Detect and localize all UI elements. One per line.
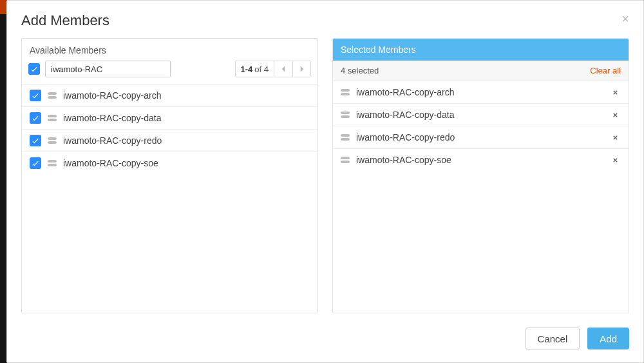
row-checkbox[interactable] xyxy=(30,112,41,124)
chevron-left-icon xyxy=(281,65,286,73)
remove-icon[interactable] xyxy=(609,86,621,98)
volume-name: iwamoto-RAC-copy-data xyxy=(63,113,162,123)
selected-row: iwamoto-RAC-copy-redo xyxy=(333,126,629,149)
check-icon xyxy=(30,64,39,74)
modal-footer: Cancel Add xyxy=(7,320,643,362)
check-icon xyxy=(31,91,40,100)
row-checkbox[interactable] xyxy=(30,157,41,169)
add-button[interactable]: Add xyxy=(587,328,629,349)
close-icon[interactable]: × xyxy=(621,12,629,25)
volume-name: iwamoto-RAC-copy-soe xyxy=(63,158,158,168)
available-row[interactable]: iwamoto-RAC-copy-arch xyxy=(22,84,317,107)
volume-name: iwamoto-RAC-copy-soe xyxy=(356,155,451,165)
selected-members-panel: Selected Members 4 selected Clear all iw… xyxy=(332,38,629,313)
available-row[interactable]: iwamoto-RAC-copy-redo xyxy=(22,130,317,152)
available-row[interactable]: iwamoto-RAC-copy-soe xyxy=(22,152,317,174)
check-icon xyxy=(31,159,40,168)
volume-icon xyxy=(48,92,57,99)
volume-name: iwamoto-RAC-copy-redo xyxy=(63,135,162,146)
select-all-checkbox[interactable] xyxy=(28,63,40,75)
volume-icon xyxy=(341,134,350,141)
pager-of: of 4 xyxy=(254,64,269,74)
remove-icon[interactable] xyxy=(609,132,621,143)
volume-name: iwamoto-RAC-copy-arch xyxy=(356,87,454,97)
selected-count: 4 selected xyxy=(341,66,379,75)
available-members-header: Available Members xyxy=(22,39,317,61)
check-icon xyxy=(31,136,40,145)
available-list: iwamoto-RAC-copy-arch iwamoto-RAC-copy-d… xyxy=(22,84,317,313)
volume-icon xyxy=(48,115,57,121)
pager-next-button[interactable] xyxy=(292,61,310,77)
volume-icon xyxy=(341,157,350,163)
modal-header: Add Members × xyxy=(7,1,643,38)
volume-name: iwamoto-RAC-copy-redo xyxy=(356,132,455,142)
pager: 1-4 of 4 xyxy=(235,61,311,77)
pager-count: 1-4 of 4 xyxy=(236,61,274,77)
volume-name: iwamoto-RAC-copy-arch xyxy=(63,90,161,101)
clear-all-link[interactable]: Clear all xyxy=(590,66,621,75)
pager-prev-button[interactable] xyxy=(274,61,292,77)
chevron-right-icon xyxy=(299,65,305,73)
pager-range: 1-4 xyxy=(241,64,253,74)
selected-row: iwamoto-RAC-copy-soe xyxy=(333,149,629,171)
filter-input[interactable] xyxy=(45,61,171,77)
selected-row: iwamoto-RAC-copy-data xyxy=(333,104,629,126)
volume-icon xyxy=(341,89,350,95)
remove-icon[interactable] xyxy=(609,154,621,166)
row-checkbox[interactable] xyxy=(30,90,41,101)
volume-icon xyxy=(341,112,350,118)
modal-title: Add Members xyxy=(21,12,109,29)
available-filter-row: 1-4 of 4 xyxy=(22,61,317,84)
row-checkbox[interactable] xyxy=(30,135,41,146)
selected-members-header: Selected Members xyxy=(333,39,629,61)
volume-icon xyxy=(48,160,57,166)
remove-icon[interactable] xyxy=(609,109,621,121)
available-members-panel: Available Members 1-4 of 4 xyxy=(21,38,318,313)
cancel-button[interactable]: Cancel xyxy=(526,328,580,349)
selected-status-bar: 4 selected Clear all xyxy=(333,61,629,81)
volume-icon xyxy=(48,137,57,144)
modal-body: Available Members 1-4 of 4 xyxy=(7,38,643,320)
add-members-modal: Add Members × Available Members 1-4 of 4 xyxy=(6,0,644,363)
selected-row: iwamoto-RAC-copy-arch xyxy=(333,81,629,104)
check-icon xyxy=(31,113,40,123)
selected-list: iwamoto-RAC-copy-arch iwamoto-RAC-copy-d… xyxy=(333,81,629,313)
available-row[interactable]: iwamoto-RAC-copy-data xyxy=(22,107,317,130)
volume-name: iwamoto-RAC-copy-data xyxy=(356,110,455,120)
